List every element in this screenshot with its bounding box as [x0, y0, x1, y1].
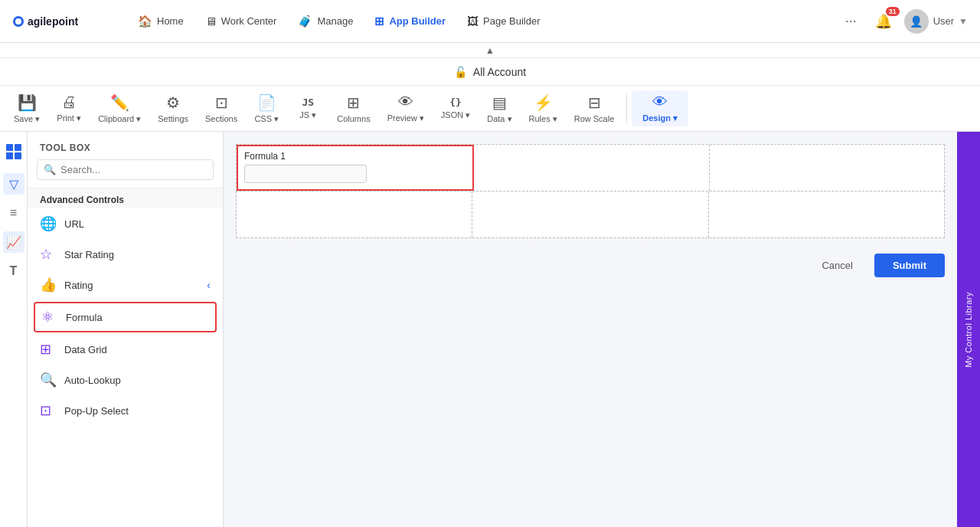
- appbuilder-icon: ⊞: [374, 15, 384, 28]
- tool-item-rating[interactable]: 👍 Rating ‹: [28, 270, 223, 300]
- clipboard-label: Clipboard ▾: [98, 114, 141, 124]
- left-icon-bar: ▽ ≡ 📈 T: [0, 132, 28, 527]
- svg-text:agilepoint: agilepoint: [28, 15, 78, 28]
- user-name-label: User: [933, 15, 954, 27]
- tool-item-formula[interactable]: ⚛ Formula: [34, 302, 217, 332]
- right-sidebar-label: My Control Library: [964, 283, 973, 377]
- toolbar-preview[interactable]: 👁 Preview ▾: [380, 90, 432, 126]
- nav-items: 🏠 Home 🖥 Work Center 🧳 Manage ⊞ App Buil…: [129, 8, 839, 34]
- toolbar-js[interactable]: JS JS ▾: [288, 93, 328, 123]
- js-label: JS ▾: [299, 110, 316, 120]
- columns-label: Columns: [337, 114, 370, 123]
- toolbar-json[interactable]: {} JSON ▾: [433, 93, 478, 123]
- tool-item-autolookup[interactable]: 🔍 Auto-Lookup: [28, 365, 223, 395]
- toolbar-data[interactable]: ▤ Data ▾: [479, 90, 519, 127]
- form-row-1: Formula 1: [236, 144, 945, 191]
- tool-item-starrating[interactable]: ☆ Star Rating: [28, 239, 223, 270]
- rating-icon: 👍: [40, 277, 57, 293]
- toolbar-design[interactable]: 👁 Design ▾: [632, 90, 688, 126]
- nav-home-label: Home: [157, 15, 184, 27]
- search-input[interactable]: [60, 164, 207, 175]
- more-button[interactable]: ···: [839, 10, 863, 32]
- starrating-label: Star Rating: [64, 249, 114, 260]
- tool-item-popupselect[interactable]: ⊡ Pop-Up Select: [28, 395, 223, 426]
- pagebuilder-icon: 🖼: [467, 15, 479, 28]
- form-cell-2-2[interactable]: [472, 191, 708, 237]
- formula-icon: ⚛: [41, 309, 58, 326]
- nav-pagebuilder[interactable]: 🖼 Page Builder: [458, 8, 549, 34]
- print-label: Print ▾: [57, 113, 81, 123]
- save-label: Save ▾: [14, 114, 40, 124]
- toolbar-settings[interactable]: ⚙ Settings: [150, 90, 196, 126]
- toolbar-css[interactable]: 📄 CSS ▾: [247, 90, 286, 127]
- form-actions: Cancel Submit: [236, 254, 945, 277]
- form-cell-2-1[interactable]: [237, 191, 472, 237]
- form-cell-1-3[interactable]: [710, 145, 944, 191]
- save-icon: 💾: [18, 93, 37, 112]
- form-cell-1-2[interactable]: [474, 145, 709, 191]
- json-icon: {}: [449, 97, 462, 108]
- grid-apps-icon[interactable]: [6, 144, 21, 159]
- settings-icon: ⚙: [166, 93, 180, 112]
- starrating-icon: ☆: [40, 246, 57, 263]
- nav-manage[interactable]: 🧳 Manage: [289, 8, 362, 34]
- toolbar-columns[interactable]: ⊞ Columns: [329, 90, 377, 126]
- autolookup-label: Auto-Lookup: [64, 375, 121, 386]
- toolbar-print[interactable]: 🖨 Print ▾: [49, 90, 89, 126]
- form-grid: Formula 1: [236, 144, 945, 238]
- preview-label: Preview ▾: [387, 113, 424, 123]
- svg-point-1: [15, 18, 21, 25]
- cancel-button[interactable]: Cancel: [806, 254, 867, 277]
- logo[interactable]: agilepoint: [12, 9, 104, 34]
- preview-icon: 👁: [398, 93, 413, 111]
- notifications-button[interactable]: 🔔 31: [872, 10, 895, 33]
- datagrid-label: Data Grid: [64, 344, 107, 355]
- toolbar-clipboard[interactable]: ✏️ Clipboard ▾: [90, 90, 149, 127]
- nav-home[interactable]: 🏠 Home: [129, 8, 193, 34]
- toolbar: 💾 Save ▾ 🖨 Print ▾ ✏️ Clipboard ▾ ⚙ Sett…: [0, 86, 980, 132]
- form-cell-2-3[interactable]: [709, 191, 944, 237]
- collapse-icon: ▲: [485, 45, 495, 56]
- rating-collapse-arrow[interactable]: ‹: [207, 279, 211, 291]
- cell-label-formula: Formula 1: [244, 151, 466, 162]
- rating-label: Rating: [64, 280, 93, 291]
- account-bar: 🔓 All Account: [0, 58, 980, 86]
- tool-item-url[interactable]: 🌐 URL: [28, 208, 223, 239]
- form-cell-1-1[interactable]: Formula 1: [237, 145, 474, 191]
- popupselect-icon: ⊡: [40, 402, 57, 419]
- data-label: Data ▾: [487, 114, 511, 124]
- collapse-bar[interactable]: ▲: [0, 43, 980, 58]
- nav-pagebuilder-label: Page Builder: [483, 15, 540, 27]
- rowscale-label: Row Scale: [574, 114, 615, 123]
- formula-input-field[interactable]: [244, 165, 367, 183]
- user-menu[interactable]: 👤 User ▼: [904, 9, 968, 34]
- nav-manage-label: Manage: [317, 15, 353, 27]
- datagrid-icon: ⊞: [40, 341, 57, 358]
- nav-appbuilder[interactable]: ⊞ App Builder: [365, 8, 455, 34]
- popupselect-label: Pop-Up Select: [64, 405, 129, 417]
- toolbar-rowscale[interactable]: ⊟ Row Scale: [567, 90, 622, 126]
- tool-item-datagrid[interactable]: ⊞ Data Grid: [28, 334, 223, 365]
- left-icon-list[interactable]: ≡: [3, 202, 24, 224]
- toolbar-save[interactable]: 💾 Save ▾: [6, 90, 47, 127]
- right-sidebar[interactable]: My Control Library: [957, 132, 980, 527]
- clipboard-icon: ✏️: [110, 93, 129, 112]
- top-nav: agilepoint 🏠 Home 🖥 Work Center 🧳 Manage…: [0, 0, 980, 43]
- toolbar-sections[interactable]: ⊡ Sections: [198, 90, 245, 126]
- toolbar-divider: [626, 93, 627, 124]
- autolookup-icon: 🔍: [40, 372, 57, 388]
- left-icon-chart[interactable]: 📈: [3, 231, 24, 253]
- nav-workcenter[interactable]: 🖥 Work Center: [196, 8, 286, 34]
- submit-button[interactable]: Submit: [874, 254, 945, 277]
- css-icon: 📄: [257, 93, 276, 112]
- formula-label: Formula: [66, 312, 103, 323]
- lock-icon: 🔓: [454, 66, 467, 78]
- rules-label: Rules ▾: [529, 114, 557, 124]
- toolbox-panel: TOOL BOX 🔍 Advanced Controls 🌐 URL ☆ Sta…: [28, 132, 224, 527]
- search-box[interactable]: 🔍: [37, 159, 214, 180]
- section-header: Advanced Controls: [28, 188, 223, 208]
- left-icon-filter[interactable]: ▽: [3, 173, 24, 195]
- manage-icon: 🧳: [298, 15, 312, 28]
- left-icon-text[interactable]: T: [3, 260, 24, 282]
- toolbar-rules[interactable]: ⚡ Rules ▾: [521, 90, 565, 127]
